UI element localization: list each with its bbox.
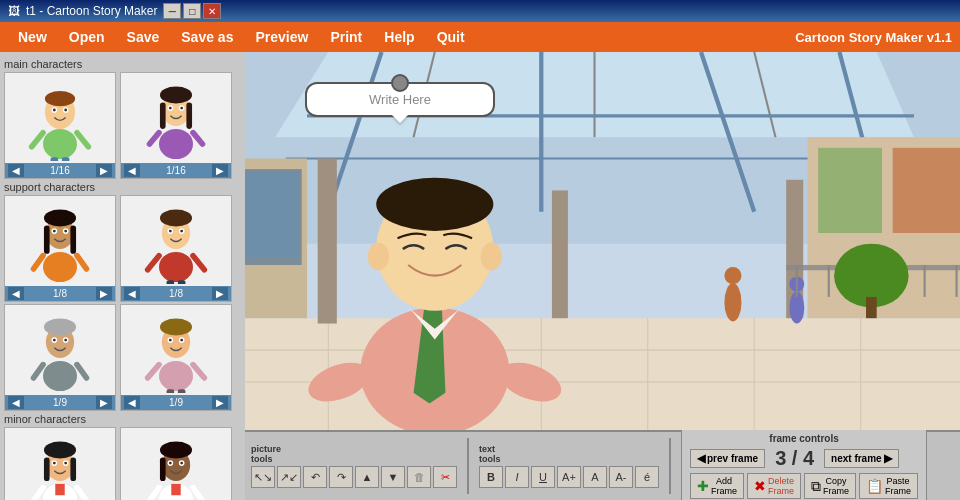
char-prev-support-4[interactable]: ◀ bbox=[124, 396, 140, 409]
char-next-main-2[interactable]: ▶ bbox=[212, 164, 228, 177]
svg-point-55 bbox=[160, 318, 192, 335]
menu-help[interactable]: Help bbox=[374, 25, 424, 49]
menu-bar: New Open Save Save as Preview Print Help… bbox=[0, 22, 960, 52]
copy-frame-btn[interactable]: ⧉ Copy Frame bbox=[804, 473, 856, 499]
char-prev-main-1[interactable]: ◀ bbox=[8, 164, 24, 177]
bold-btn[interactable]: B bbox=[479, 466, 503, 488]
svg-rect-113 bbox=[893, 148, 960, 233]
flip-btn[interactable]: ↗↙ bbox=[277, 466, 301, 488]
add-frame-label: Add Frame bbox=[711, 476, 737, 496]
char-count-support-4: 1/9 bbox=[169, 397, 183, 408]
char-svg-main-1 bbox=[20, 76, 100, 161]
italic-btn[interactable]: I bbox=[505, 466, 529, 488]
svg-rect-25 bbox=[44, 225, 50, 253]
redo-btn[interactable]: ↷ bbox=[329, 466, 353, 488]
delete-frame-label: Delete Frame bbox=[768, 476, 794, 496]
svg-point-134 bbox=[368, 243, 389, 271]
special-char-btn[interactable]: é bbox=[635, 466, 659, 488]
cut-btn[interactable]: ✂ bbox=[433, 466, 457, 488]
char-next-support-4[interactable]: ▶ bbox=[212, 396, 228, 409]
copy-frame-label: Copy Frame bbox=[823, 476, 849, 496]
frame-controls-label: frame controls bbox=[690, 433, 918, 444]
char-img-support-3 bbox=[5, 305, 115, 395]
char-svg-support-1 bbox=[20, 199, 100, 284]
char-img-support-2 bbox=[121, 196, 231, 286]
menu-save-as[interactable]: Save as bbox=[171, 25, 243, 49]
resize-btn[interactable]: ↖↘ bbox=[251, 466, 275, 488]
char-count-main-2: 1/16 bbox=[166, 165, 185, 176]
char-next-support-1[interactable]: ▶ bbox=[96, 287, 112, 300]
copy-frame-icon: ⧉ bbox=[811, 478, 821, 495]
menu-preview[interactable]: Preview bbox=[245, 25, 318, 49]
move-down-btn[interactable]: ▼ bbox=[381, 466, 405, 488]
delete-frame-btn[interactable]: ✖ Delete Frame bbox=[747, 473, 801, 499]
char-prev-support-3[interactable]: ◀ bbox=[8, 396, 24, 409]
undo-btn[interactable]: ↶ bbox=[303, 466, 327, 488]
svg-line-7 bbox=[32, 132, 43, 146]
font-size-up-btn[interactable]: A+ bbox=[557, 466, 581, 488]
char-nav-support-4: ◀ 1/9 ▶ bbox=[121, 395, 231, 410]
char-next-main-1[interactable]: ▶ bbox=[96, 164, 112, 177]
text-tools-label: text tools bbox=[479, 444, 659, 464]
svg-rect-62 bbox=[167, 389, 175, 393]
char-svg-support-4 bbox=[136, 308, 216, 393]
next-frame-btn[interactable]: next frame ▶ bbox=[824, 449, 899, 468]
svg-point-22 bbox=[43, 251, 77, 281]
svg-line-85 bbox=[150, 487, 159, 500]
svg-line-74 bbox=[34, 487, 43, 500]
svg-point-24 bbox=[44, 209, 76, 226]
paste-frame-btn[interactable]: 📋 Paste Frame bbox=[859, 473, 918, 499]
svg-point-17 bbox=[169, 106, 172, 109]
frame-controls-section: frame controls ◀ prev frame 3 / 4 next f… bbox=[681, 428, 927, 500]
scene-canvas[interactable]: Write Here bbox=[245, 52, 960, 430]
delete-obj-btn[interactable]: 🗑 bbox=[407, 466, 431, 488]
svg-point-13 bbox=[160, 86, 192, 103]
toolbar-divider-2 bbox=[669, 438, 671, 494]
svg-point-37 bbox=[169, 229, 172, 232]
close-btn[interactable]: ✕ bbox=[203, 3, 221, 19]
underline-btn[interactable]: U bbox=[531, 466, 555, 488]
app-version-label: Cartoon Story Maker v1.1 bbox=[795, 30, 952, 45]
svg-line-31 bbox=[34, 255, 43, 268]
main-characters-row: ◀ 1/16 ▶ bbox=[4, 72, 241, 179]
title-bar: 🖼 t1 - Cartoon Story Maker ─ □ ✕ bbox=[0, 0, 960, 22]
menu-print[interactable]: Print bbox=[320, 25, 372, 49]
bubble-handle[interactable] bbox=[391, 74, 409, 92]
svg-point-118 bbox=[724, 267, 741, 284]
add-frame-btn[interactable]: ✚ Add Frame bbox=[690, 473, 744, 499]
char-svg-minor-1 bbox=[20, 431, 100, 501]
app-icon: 🖼 bbox=[8, 4, 20, 18]
char-next-support-2[interactable]: ▶ bbox=[212, 287, 228, 300]
menu-open[interactable]: Open bbox=[59, 25, 115, 49]
move-up-btn[interactable]: ▲ bbox=[355, 466, 379, 488]
svg-point-48 bbox=[53, 338, 56, 341]
svg-point-0 bbox=[43, 128, 77, 158]
char-prev-main-2[interactable]: ◀ bbox=[124, 164, 140, 177]
svg-point-19 bbox=[180, 106, 183, 109]
svg-point-135 bbox=[481, 243, 502, 271]
font-size-btn[interactable]: A bbox=[583, 466, 607, 488]
font-size-down-btn[interactable]: A- bbox=[609, 466, 633, 488]
svg-rect-112 bbox=[818, 148, 882, 233]
minimize-btn[interactable]: ─ bbox=[163, 3, 181, 19]
maximize-btn[interactable]: □ bbox=[183, 3, 201, 19]
char-nav-main-2: ◀ 1/16 ▶ bbox=[121, 163, 231, 178]
char-prev-support-1[interactable]: ◀ bbox=[8, 287, 24, 300]
prev-frame-btn[interactable]: ◀ prev frame bbox=[690, 449, 765, 468]
text-tools-row: B I U A+ A A- é bbox=[479, 466, 659, 488]
speech-bubble[interactable]: Write Here bbox=[305, 82, 495, 117]
svg-point-4 bbox=[53, 108, 56, 111]
char-next-support-3[interactable]: ▶ bbox=[96, 396, 112, 409]
svg-rect-129 bbox=[866, 297, 877, 318]
menu-save[interactable]: Save bbox=[117, 25, 170, 49]
svg-rect-115 bbox=[552, 190, 568, 318]
menu-new[interactable]: New bbox=[8, 25, 57, 49]
svg-line-41 bbox=[193, 255, 204, 269]
menu-quit[interactable]: Quit bbox=[427, 25, 475, 49]
char-img-support-1 bbox=[5, 196, 115, 286]
svg-point-53 bbox=[159, 360, 193, 390]
support-characters-row-1: ◀ 1/8 ▶ bbox=[4, 195, 241, 302]
prev-frame-label: prev frame bbox=[707, 453, 758, 464]
char-prev-support-2[interactable]: ◀ bbox=[124, 287, 140, 300]
svg-rect-10 bbox=[62, 157, 70, 161]
